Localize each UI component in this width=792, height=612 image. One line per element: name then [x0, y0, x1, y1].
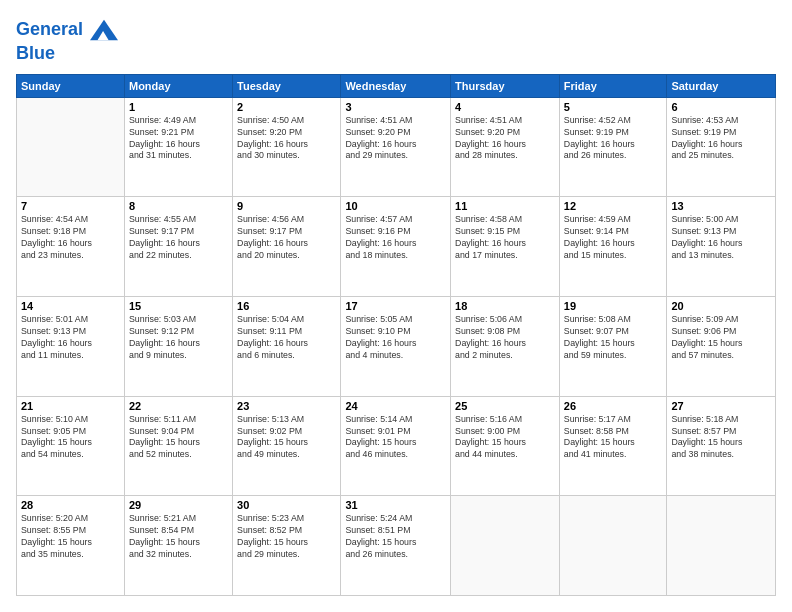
day-number: 14: [21, 300, 120, 312]
day-number: 30: [237, 499, 336, 511]
col-header-monday: Monday: [124, 74, 232, 97]
calendar-cell: 5Sunrise: 4:52 AM Sunset: 9:19 PM Daylig…: [559, 97, 667, 197]
calendar-cell: 18Sunrise: 5:06 AM Sunset: 9:08 PM Dayli…: [451, 297, 560, 397]
cell-details: Sunrise: 5:24 AM Sunset: 8:51 PM Dayligh…: [345, 513, 446, 561]
day-number: 12: [564, 200, 663, 212]
logo-text: General Blue: [16, 16, 118, 64]
calendar-cell: 24Sunrise: 5:14 AM Sunset: 9:01 PM Dayli…: [341, 396, 451, 496]
day-number: 29: [129, 499, 228, 511]
calendar-cell: 28Sunrise: 5:20 AM Sunset: 8:55 PM Dayli…: [17, 496, 125, 596]
cell-details: Sunrise: 5:10 AM Sunset: 9:05 PM Dayligh…: [21, 414, 120, 462]
cell-details: Sunrise: 4:51 AM Sunset: 9:20 PM Dayligh…: [455, 115, 555, 163]
cell-details: Sunrise: 4:57 AM Sunset: 9:16 PM Dayligh…: [345, 214, 446, 262]
page: General Blue SundayMondayTuesdayWednesda…: [0, 0, 792, 612]
calendar-cell: 16Sunrise: 5:04 AM Sunset: 9:11 PM Dayli…: [233, 297, 341, 397]
calendar-row-3: 21Sunrise: 5:10 AM Sunset: 9:05 PM Dayli…: [17, 396, 776, 496]
cell-details: Sunrise: 5:23 AM Sunset: 8:52 PM Dayligh…: [237, 513, 336, 561]
calendar-cell: 26Sunrise: 5:17 AM Sunset: 8:58 PM Dayli…: [559, 396, 667, 496]
calendar-cell: 25Sunrise: 5:16 AM Sunset: 9:00 PM Dayli…: [451, 396, 560, 496]
cell-details: Sunrise: 5:14 AM Sunset: 9:01 PM Dayligh…: [345, 414, 446, 462]
day-number: 4: [455, 101, 555, 113]
logo-general: General: [16, 19, 83, 39]
calendar-header-row: SundayMondayTuesdayWednesdayThursdayFrid…: [17, 74, 776, 97]
calendar-cell: 19Sunrise: 5:08 AM Sunset: 9:07 PM Dayli…: [559, 297, 667, 397]
calendar-row-4: 28Sunrise: 5:20 AM Sunset: 8:55 PM Dayli…: [17, 496, 776, 596]
cell-details: Sunrise: 5:13 AM Sunset: 9:02 PM Dayligh…: [237, 414, 336, 462]
day-number: 18: [455, 300, 555, 312]
day-number: 24: [345, 400, 446, 412]
calendar-row-0: 1Sunrise: 4:49 AM Sunset: 9:21 PM Daylig…: [17, 97, 776, 197]
calendar-cell: 23Sunrise: 5:13 AM Sunset: 9:02 PM Dayli…: [233, 396, 341, 496]
cell-details: Sunrise: 4:55 AM Sunset: 9:17 PM Dayligh…: [129, 214, 228, 262]
cell-details: Sunrise: 5:01 AM Sunset: 9:13 PM Dayligh…: [21, 314, 120, 362]
day-number: 1: [129, 101, 228, 113]
day-number: 7: [21, 200, 120, 212]
day-number: 27: [671, 400, 771, 412]
day-number: 22: [129, 400, 228, 412]
calendar-cell: 10Sunrise: 4:57 AM Sunset: 9:16 PM Dayli…: [341, 197, 451, 297]
logo-blue: Blue: [16, 43, 55, 63]
day-number: 5: [564, 101, 663, 113]
col-header-wednesday: Wednesday: [341, 74, 451, 97]
cell-details: Sunrise: 5:00 AM Sunset: 9:13 PM Dayligh…: [671, 214, 771, 262]
day-number: 13: [671, 200, 771, 212]
day-number: 31: [345, 499, 446, 511]
calendar-table: SundayMondayTuesdayWednesdayThursdayFrid…: [16, 74, 776, 596]
day-number: 9: [237, 200, 336, 212]
col-header-thursday: Thursday: [451, 74, 560, 97]
calendar-cell: 4Sunrise: 4:51 AM Sunset: 9:20 PM Daylig…: [451, 97, 560, 197]
cell-details: Sunrise: 5:17 AM Sunset: 8:58 PM Dayligh…: [564, 414, 663, 462]
calendar-cell: 14Sunrise: 5:01 AM Sunset: 9:13 PM Dayli…: [17, 297, 125, 397]
day-number: 25: [455, 400, 555, 412]
calendar-cell: 11Sunrise: 4:58 AM Sunset: 9:15 PM Dayli…: [451, 197, 560, 297]
header: General Blue: [16, 16, 776, 64]
cell-details: Sunrise: 4:51 AM Sunset: 9:20 PM Dayligh…: [345, 115, 446, 163]
cell-details: Sunrise: 5:21 AM Sunset: 8:54 PM Dayligh…: [129, 513, 228, 561]
col-header-saturday: Saturday: [667, 74, 776, 97]
cell-details: Sunrise: 4:54 AM Sunset: 9:18 PM Dayligh…: [21, 214, 120, 262]
logo: General Blue: [16, 16, 118, 64]
cell-details: Sunrise: 5:05 AM Sunset: 9:10 PM Dayligh…: [345, 314, 446, 362]
calendar-cell: 27Sunrise: 5:18 AM Sunset: 8:57 PM Dayli…: [667, 396, 776, 496]
calendar-cell: [559, 496, 667, 596]
day-number: 19: [564, 300, 663, 312]
cell-details: Sunrise: 5:06 AM Sunset: 9:08 PM Dayligh…: [455, 314, 555, 362]
cell-details: Sunrise: 5:16 AM Sunset: 9:00 PM Dayligh…: [455, 414, 555, 462]
calendar-cell: 15Sunrise: 5:03 AM Sunset: 9:12 PM Dayli…: [124, 297, 232, 397]
calendar-cell: 17Sunrise: 5:05 AM Sunset: 9:10 PM Dayli…: [341, 297, 451, 397]
day-number: 16: [237, 300, 336, 312]
cell-details: Sunrise: 4:53 AM Sunset: 9:19 PM Dayligh…: [671, 115, 771, 163]
calendar-cell: 20Sunrise: 5:09 AM Sunset: 9:06 PM Dayli…: [667, 297, 776, 397]
day-number: 11: [455, 200, 555, 212]
day-number: 28: [21, 499, 120, 511]
calendar-cell: 29Sunrise: 5:21 AM Sunset: 8:54 PM Dayli…: [124, 496, 232, 596]
calendar-cell: 31Sunrise: 5:24 AM Sunset: 8:51 PM Dayli…: [341, 496, 451, 596]
calendar-cell: [17, 97, 125, 197]
cell-details: Sunrise: 4:59 AM Sunset: 9:14 PM Dayligh…: [564, 214, 663, 262]
calendar-cell: 13Sunrise: 5:00 AM Sunset: 9:13 PM Dayli…: [667, 197, 776, 297]
calendar-cell: 3Sunrise: 4:51 AM Sunset: 9:20 PM Daylig…: [341, 97, 451, 197]
cell-details: Sunrise: 5:03 AM Sunset: 9:12 PM Dayligh…: [129, 314, 228, 362]
calendar-cell: 2Sunrise: 4:50 AM Sunset: 9:20 PM Daylig…: [233, 97, 341, 197]
cell-details: Sunrise: 5:08 AM Sunset: 9:07 PM Dayligh…: [564, 314, 663, 362]
cell-details: Sunrise: 5:09 AM Sunset: 9:06 PM Dayligh…: [671, 314, 771, 362]
day-number: 21: [21, 400, 120, 412]
cell-details: Sunrise: 4:58 AM Sunset: 9:15 PM Dayligh…: [455, 214, 555, 262]
day-number: 2: [237, 101, 336, 113]
day-number: 23: [237, 400, 336, 412]
col-header-sunday: Sunday: [17, 74, 125, 97]
calendar-cell: [451, 496, 560, 596]
cell-details: Sunrise: 4:50 AM Sunset: 9:20 PM Dayligh…: [237, 115, 336, 163]
calendar-cell: 6Sunrise: 4:53 AM Sunset: 9:19 PM Daylig…: [667, 97, 776, 197]
calendar-cell: 12Sunrise: 4:59 AM Sunset: 9:14 PM Dayli…: [559, 197, 667, 297]
day-number: 20: [671, 300, 771, 312]
cell-details: Sunrise: 5:11 AM Sunset: 9:04 PM Dayligh…: [129, 414, 228, 462]
cell-details: Sunrise: 5:04 AM Sunset: 9:11 PM Dayligh…: [237, 314, 336, 362]
cell-details: Sunrise: 5:20 AM Sunset: 8:55 PM Dayligh…: [21, 513, 120, 561]
cell-details: Sunrise: 4:56 AM Sunset: 9:17 PM Dayligh…: [237, 214, 336, 262]
calendar-row-2: 14Sunrise: 5:01 AM Sunset: 9:13 PM Dayli…: [17, 297, 776, 397]
calendar-cell: 1Sunrise: 4:49 AM Sunset: 9:21 PM Daylig…: [124, 97, 232, 197]
calendar-cell: 21Sunrise: 5:10 AM Sunset: 9:05 PM Dayli…: [17, 396, 125, 496]
logo-icon: [90, 16, 118, 44]
calendar-cell: 30Sunrise: 5:23 AM Sunset: 8:52 PM Dayli…: [233, 496, 341, 596]
